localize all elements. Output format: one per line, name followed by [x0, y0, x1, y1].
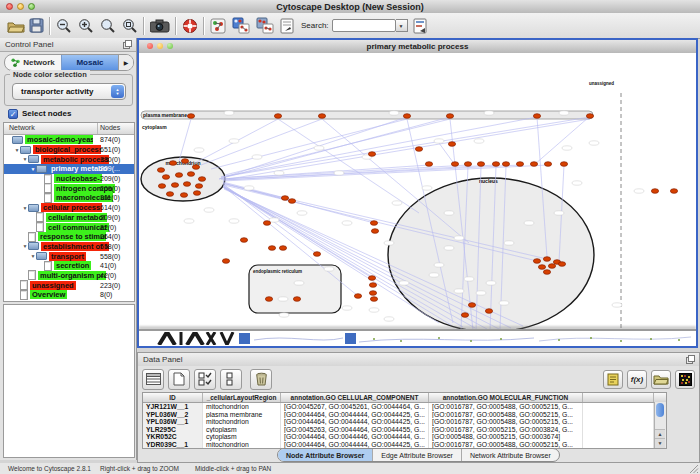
- graph-node[interactable]: [370, 221, 377, 226]
- table-cell[interactable]: [583, 426, 654, 434]
- create-network-button[interactable]: [210, 16, 226, 36]
- table-column-header[interactable]: annotation.GO MOLECULAR_FUNCTION: [429, 393, 583, 402]
- graph-edge[interactable]: [223, 182, 285, 198]
- graph-node[interactable]: [403, 114, 410, 119]
- table-cell[interactable]: [583, 403, 654, 411]
- table-cell[interactable]: [583, 418, 654, 426]
- graph-node[interactable]: [502, 162, 509, 167]
- table-cell[interactable]: [GO:0016787, GO:0005488, GO:0005215, G..…: [429, 411, 583, 419]
- graph-node[interactable]: [543, 270, 550, 275]
- table-cell[interactable]: mitochondrion: [203, 418, 281, 426]
- graph-node[interactable]: [157, 168, 164, 173]
- search-input[interactable]: [332, 19, 396, 32]
- tree-row[interactable]: ▼metabolic process280(0): [4, 154, 134, 164]
- network-canvas[interactable]: plasma membranecytoplasmmitochondrionnuc…: [139, 53, 696, 330]
- graph-node[interactable]: [448, 142, 455, 147]
- graph-node[interactable]: [468, 303, 475, 308]
- tree-row[interactable]: cell communicat22(0): [4, 222, 134, 232]
- table-cell[interactable]: YPL036W__2: [143, 411, 203, 419]
- graph-node[interactable]: [158, 184, 165, 189]
- graph-node[interactable]: [560, 162, 567, 167]
- graph-node[interactable]: [222, 259, 229, 264]
- save-session-button[interactable]: [29, 16, 44, 36]
- zoom-selected-button[interactable]: [122, 16, 138, 36]
- table-column-header[interactable]: [583, 393, 654, 402]
- table-cell[interactable]: [GO:0044464, GO:0044446, GO:0044444, G..…: [281, 433, 429, 441]
- graph-node[interactable]: [464, 162, 471, 167]
- float-panel-icon[interactable]: [123, 40, 132, 49]
- tree-row[interactable]: ▼transport558(0): [4, 251, 134, 261]
- graph-edge[interactable]: [221, 117, 590, 177]
- tree-row[interactable]: ▼establishment of lo558(0): [4, 242, 134, 252]
- graph-node[interactable]: [651, 189, 658, 194]
- table-cell[interactable]: [GO:0005488, GO:0005215, GO:0003674]: [429, 433, 583, 441]
- tree-row[interactable]: mosaic-demo-yeast874(0): [4, 135, 134, 145]
- graph-node[interactable]: [193, 191, 200, 196]
- graph-node[interactable]: [369, 283, 376, 288]
- table-cell[interactable]: YJR121W__1: [143, 403, 203, 411]
- zoom-out-button[interactable]: [56, 16, 72, 36]
- graph-node[interactable]: [293, 297, 300, 302]
- graph-node[interactable]: [530, 162, 537, 167]
- graph-node[interactable]: [162, 175, 169, 180]
- graph-node[interactable]: [369, 291, 376, 296]
- table-cell[interactable]: [GO:0016787, GO:0005488, GO:0005215, G..…: [429, 418, 583, 426]
- search-dropdown-button[interactable]: ▼: [396, 19, 408, 32]
- table-cell[interactable]: [583, 411, 654, 419]
- graph-node[interactable]: [281, 196, 288, 201]
- graph-node[interactable]: [368, 276, 375, 281]
- formula-button[interactable]: f(x): [627, 370, 647, 389]
- select-nodes-checkbox[interactable]: ✓: [8, 109, 18, 119]
- graph-node[interactable]: [548, 264, 555, 269]
- zoom-in-button[interactable]: [78, 16, 94, 36]
- tab-node-attribute-browser[interactable]: Node Attribute Browser: [278, 449, 372, 461]
- tree-row[interactable]: cellular metabol209(0): [4, 213, 134, 223]
- graph-node[interactable]: [240, 238, 247, 243]
- tab-network-attribute-browser[interactable]: Network Attribute Browser: [461, 449, 559, 461]
- graph-node[interactable]: [279, 246, 286, 251]
- table-scrollbar[interactable]: ▲ ▼: [654, 402, 666, 448]
- graph-edge[interactable]: [211, 119, 407, 169]
- resize-grip-icon[interactable]: [689, 464, 699, 474]
- graph-node[interactable]: [451, 162, 458, 167]
- compartment-plasma-membrane[interactable]: [141, 111, 593, 119]
- table-cell[interactable]: [583, 433, 654, 441]
- table-cell[interactable]: YLR295C: [143, 426, 203, 434]
- tree-row[interactable]: multi-organism pro42(0): [4, 271, 134, 281]
- table-cell[interactable]: plasma membrane: [203, 411, 281, 419]
- export-image-button[interactable]: [150, 16, 170, 36]
- graph-node[interactable]: [198, 177, 205, 182]
- table-row[interactable]: YLR295Ccytoplasm[GO:0045263, GO:0044464,…: [143, 426, 666, 434]
- graph-node[interactable]: [368, 152, 375, 157]
- scroll-down-button[interactable]: ▼: [655, 438, 665, 448]
- network-modify-button[interactable]: [256, 16, 274, 36]
- graph-node[interactable]: [586, 114, 593, 119]
- tree-row[interactable]: ▼cellular process614(0): [4, 203, 134, 213]
- table-cell[interactable]: mitochondrion: [203, 403, 281, 411]
- table-cell[interactable]: [GO:0016787, GO:0005215, GO:0003824, G..…: [429, 426, 583, 434]
- tree-row[interactable]: unassigned223(0): [4, 280, 134, 290]
- scrollbar-thumb[interactable]: [656, 403, 664, 417]
- table-row[interactable]: YPL036W__1mitochondrion[GO:0044464, GO:0…: [143, 418, 666, 426]
- tree-row[interactable]: response to stimul264(0): [4, 232, 134, 242]
- graph-node[interactable]: [354, 294, 361, 299]
- graph-node[interactable]: [171, 183, 178, 188]
- graph-node[interactable]: [461, 313, 468, 318]
- table-cell[interactable]: YKR052C: [143, 433, 203, 441]
- table-cell[interactable]: YDR039C__1: [143, 441, 203, 449]
- graph-node[interactable]: [538, 265, 545, 270]
- tab-network[interactable]: Network: [5, 55, 61, 70]
- graph-node[interactable]: [265, 297, 272, 302]
- tree-row[interactable]: nitrogen compo209(0): [4, 183, 134, 193]
- float-panel-icon[interactable]: [686, 355, 695, 364]
- node-color-select[interactable]: transporter activity ▲▼: [12, 83, 126, 100]
- graph-node[interactable]: [543, 257, 550, 262]
- show-attributes-button[interactable]: [142, 369, 164, 390]
- tab-overflow-button[interactable]: ▶: [118, 55, 133, 70]
- table-cell[interactable]: [GO:0044464, GO:0044444, GO:0044425, G..…: [281, 418, 429, 426]
- graph-node[interactable]: [516, 162, 523, 167]
- zoom-fit-button[interactable]: [100, 16, 116, 36]
- graph-node[interactable]: [533, 114, 540, 119]
- table-row[interactable]: YJR121W__1mitochondrion[GO:0045267, GO:0…: [143, 403, 666, 411]
- table-cell[interactable]: mitochondrion: [203, 441, 281, 449]
